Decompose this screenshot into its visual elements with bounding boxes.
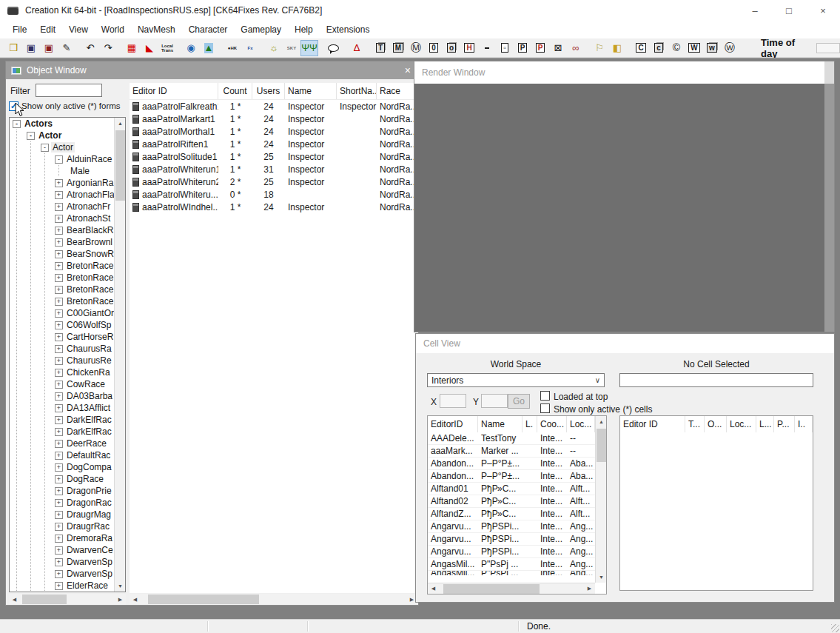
table-row[interactable]: aaaPatrolRiften11 *24InspectorNordRa...	[130, 138, 417, 150]
resize-grip-icon[interactable]	[831, 624, 839, 632]
table-row[interactable]: aaaPatrolSolitude11 *25InspectorNordRa..…	[130, 150, 417, 163]
tree-item[interactable]: +AtronachSt	[10, 212, 115, 224]
column-header[interactable]: Users	[252, 83, 285, 99]
expand-icon[interactable]: +	[55, 440, 63, 448]
menu-view[interactable]: View	[62, 21, 95, 38]
marker-w-circle-icon-button[interactable]: Ⓦ	[721, 40, 739, 56]
table-row[interactable]: Angarvu...РђРЅРі...Inte...Ang...	[428, 520, 606, 533]
redo-icon-button[interactable]: ↷	[99, 40, 117, 56]
world-icon-button[interactable]: ◉	[182, 40, 200, 56]
marker-o-cube-icon-button[interactable]: o	[443, 40, 460, 56]
expand-icon[interactable]: +	[55, 203, 63, 211]
marker-0-box-icon-button[interactable]: 0	[425, 40, 443, 56]
tree-item[interactable]: +C06WolfSp	[10, 319, 115, 331]
menu-file[interactable]: File	[6, 21, 33, 38]
marker-m-circle-icon-button[interactable]: Ⓜ	[407, 40, 425, 56]
close-button[interactable]: ×	[806, 0, 840, 21]
table-row[interactable]: aaaPatrolWhiterun22 *25InspectorNordRa..…	[130, 175, 417, 188]
column-header[interactable]: L.	[523, 416, 537, 432]
copyright-icon-button[interactable]: ©	[668, 40, 685, 56]
tree-item[interactable]: +DA13Afflict	[10, 402, 115, 414]
marker-t-cube-icon-button[interactable]: T	[372, 40, 389, 56]
tree-item[interactable]: +BearBlackR	[10, 224, 115, 236]
scroll-left-icon[interactable]: ◀	[130, 594, 141, 605]
tree-item[interactable]: +C00GiantOr	[10, 307, 115, 319]
column-header[interactable]: O...	[705, 416, 727, 432]
square-icon-button[interactable]: ▫	[496, 40, 514, 56]
tree-item[interactable]: +BretonRace	[10, 284, 115, 295]
tree-item[interactable]: +DragonRac	[10, 497, 115, 509]
render-viewport[interactable]	[414, 84, 834, 332]
expand-icon[interactable]: +	[55, 392, 63, 401]
expand-icon[interactable]: +	[55, 191, 63, 199]
table-row[interactable]: aaaPatrolWhiterun11 *31InspectorNordRa..…	[130, 163, 417, 175]
tree-item[interactable]: +ChaurusRe	[10, 355, 115, 366]
snap-grid-icon-button[interactable]: ▦	[123, 40, 141, 56]
tree-item[interactable]: +BretonRace	[10, 295, 115, 307]
table-horizontal-scrollbar[interactable]: ◀ ▶	[130, 594, 417, 605]
collapse-icon[interactable]: -	[55, 155, 63, 164]
show-active-cells-checkbox[interactable]	[540, 403, 550, 413]
cell-scrollbar-thumb[interactable]	[597, 429, 606, 462]
table-row[interactable]: aaaMark...Marker ...Inte...--	[428, 445, 606, 458]
tree-item[interactable]: +DarkElfRac	[10, 426, 115, 438]
column-header[interactable]: T...	[685, 416, 705, 432]
tree-item[interactable]: +ArgonianRa	[10, 177, 115, 189]
marker-w-box-icon-button[interactable]: W	[685, 40, 703, 56]
expand-icon[interactable]: +	[55, 369, 63, 377]
marker-p-arrow-icon-button[interactable]: P	[531, 40, 549, 56]
table-row[interactable]: Alftand01РђР»С...Inte...Alft...	[428, 483, 606, 495]
cell-table-horizontal-scrollbar[interactable]: ◀ ▶	[428, 583, 595, 594]
tree-item[interactable]: +BretonRace	[10, 272, 115, 284]
expand-icon[interactable]: +	[55, 428, 63, 436]
column-header[interactable]: ShortNa...	[337, 83, 377, 99]
link-icon-button[interactable]: ∞	[567, 40, 585, 56]
expand-icon[interactable]: +	[55, 475, 63, 483]
tree-item[interactable]: +ElderRace	[10, 580, 115, 592]
y-input[interactable]	[481, 394, 508, 408]
column-header[interactable]: Editor ID	[620, 416, 685, 432]
tree-item[interactable]: -Actor	[10, 141, 115, 153]
tree-item[interactable]: -Actor	[10, 130, 115, 141]
scroll-left-icon[interactable]: ◀	[9, 594, 20, 605]
tree-scrollbar-thumb[interactable]	[115, 130, 125, 201]
expand-icon[interactable]: +	[55, 546, 63, 555]
tree-item[interactable]: +ChickenRa	[10, 366, 115, 378]
tree-hscrollbar-thumb[interactable]	[22, 595, 67, 604]
table-row[interactable]: Angarvu...РђРЅРі...Inte...Ang...	[428, 533, 606, 546]
expand-icon[interactable]: +	[55, 381, 63, 389]
table-row[interactable]: aaaPatrolFalkreath11 *24InspectorInspect…	[130, 100, 417, 113]
cell-table-vertical-scrollbar[interactable]: ▲ ▼	[595, 416, 606, 583]
column-header[interactable]: Editor ID	[130, 83, 218, 99]
save-pc-icon-button[interactable]: ▣	[40, 40, 58, 56]
tree-item[interactable]: +DwarvenCe	[10, 544, 115, 556]
go-button[interactable]: Go	[508, 394, 530, 409]
water-fx-icon-button[interactable]: Fx	[241, 40, 259, 56]
lights-icon-button[interactable]: ☼	[265, 40, 283, 56]
table-row[interactable]: aaaPatrolWIndhel...1 *24InspectorNordRa.…	[130, 201, 417, 213]
tree-item[interactable]: +CowRace	[10, 378, 115, 390]
expand-icon[interactable]: +	[55, 535, 63, 543]
column-header[interactable]: EditorID	[428, 416, 478, 432]
marker-w-cube-icon-button[interactable]: w	[703, 40, 721, 56]
expand-icon[interactable]: +	[55, 227, 63, 235]
cell-hscrollbar-thumb[interactable]	[443, 584, 540, 594]
cell-name-input[interactable]	[619, 373, 813, 387]
marker-m-cube-icon-button[interactable]: M	[389, 40, 407, 56]
tree-item[interactable]: +DragonPrie	[10, 485, 115, 497]
expand-icon[interactable]: +	[55, 570, 63, 578]
snap-angle-icon-button[interactable]: ◣	[141, 40, 158, 56]
scroll-left-icon[interactable]: ◀	[428, 583, 439, 595]
column-header[interactable]: Name	[478, 416, 523, 432]
tree-item[interactable]: +BearSnowR	[10, 248, 115, 260]
expand-icon[interactable]: +	[55, 558, 63, 566]
column-header[interactable]: Count	[218, 83, 252, 99]
menu-extensions[interactable]: Extensions	[320, 21, 377, 38]
havok-icon-button[interactable]: ●HK	[224, 40, 241, 56]
tree-item[interactable]: +AtronachFr	[10, 201, 115, 212]
table-row[interactable]: AlftandZ...РђР»С...Inte...Alft...	[428, 508, 606, 520]
menu-navmesh[interactable]: NavMesh	[131, 21, 182, 38]
expand-icon[interactable]: +	[55, 262, 63, 270]
world-space-dropdown[interactable]: Interiors ∨	[427, 373, 605, 387]
save-icon-button[interactable]: ▣	[22, 40, 40, 56]
